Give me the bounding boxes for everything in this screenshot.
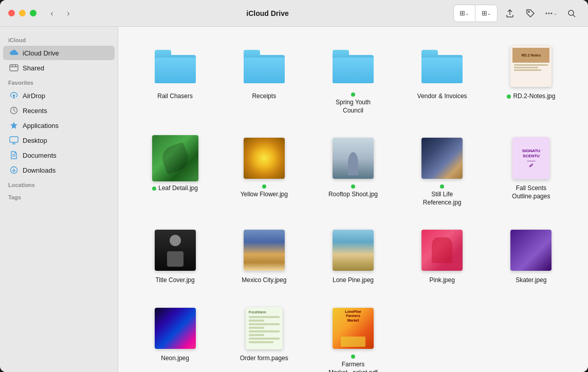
downloads-icon (9, 165, 19, 175)
svg-point-7 (13, 95, 15, 97)
file-name-rooftop: Rooftop Shoot.jpg (327, 184, 379, 199)
sync-dot-rooftop (351, 184, 355, 189)
sidebar-item-icloud-drive[interactable]: iCloud Drive (3, 46, 115, 60)
file-name-receipts: Receipts (252, 92, 276, 101)
sidebar-item-applications[interactable]: Applications (3, 118, 115, 133)
toolbar-right: ⊞⌄ ⊞⌄ ⌄ (453, 5, 580, 22)
list-item[interactable]: Mexico City.jpeg (224, 223, 304, 289)
file-name-orderform: Order form.pages (240, 355, 288, 363)
file-name-vendor: Vendor & Invoices (417, 92, 467, 101)
svg-marker-9 (10, 122, 17, 129)
sidebar-item-airdrop[interactable]: AirDrop (3, 88, 115, 103)
sidebar-label-icloud-drive: iCloud Drive (23, 49, 59, 57)
recents-icon (9, 106, 19, 115)
sidebar-label-shared: Shared (23, 64, 44, 72)
sidebar-label-recents: Recents (23, 107, 47, 115)
sync-dot-farmers (351, 355, 355, 359)
sync-dot-leaf (152, 187, 156, 191)
search-button[interactable] (563, 5, 580, 22)
view-toggle-group: ⊞⌄ ⊞⌄ (453, 5, 498, 22)
applications-icon (9, 121, 19, 130)
list-item[interactable]: Neon.jpeg (135, 301, 215, 372)
list-item[interactable]: SIGNATUSCENTU——🖊 Fall Scents Outline.pag… (491, 131, 572, 211)
sidebar-item-desktop[interactable]: Desktop (3, 133, 115, 147)
sidebar-item-shared[interactable]: Shared (3, 61, 115, 75)
sync-dot-rd (507, 95, 511, 99)
traffic-lights (8, 10, 36, 16)
list-item[interactable]: Rail Chasers (135, 39, 215, 119)
documents-icon (9, 151, 19, 160)
sidebar-item-downloads[interactable]: Downloads (3, 163, 115, 177)
sidebar-item-documents[interactable]: Documents (3, 148, 115, 162)
airdrop-icon (9, 91, 19, 100)
locations-section-label: Locations (0, 178, 118, 190)
image-thumb-titlecover (152, 227, 198, 273)
window-title: iCloud Drive (82, 9, 453, 17)
forward-button[interactable]: › (61, 6, 76, 21)
list-item[interactable]: Skater.jpeg (491, 223, 572, 289)
back-button[interactable]: ‹ (45, 6, 59, 21)
folder-thumb-receipts (241, 43, 287, 89)
list-item[interactable]: Still Life Reference.jpg (402, 131, 483, 211)
list-item[interactable]: Pink.jpeg (402, 223, 483, 289)
grid-view-button[interactable]: ⊞⌄ (454, 5, 475, 22)
list-item[interactable]: Yellow Flower.jpg (224, 131, 304, 211)
list-item[interactable]: Leaf Detail.jpg (135, 131, 215, 211)
list-item[interactable]: Rooftop Shoot.jpg (313, 131, 393, 211)
finder-window: ‹ › iCloud Drive ⊞⌄ ⊞⌄ (0, 0, 588, 372)
list-item[interactable]: Spring Youth Council (313, 39, 393, 119)
share-button[interactable] (502, 5, 518, 22)
pages-thumb-orderform: Freshfarm (241, 305, 287, 351)
list-item[interactable]: RD.2 Notes RD.2-N (491, 39, 572, 119)
list-item[interactable]: Title Cover.jpg (135, 223, 215, 289)
sidebar-item-recents[interactable]: Recents (3, 103, 115, 118)
sync-dot-flower (262, 184, 266, 189)
image-thumb-rd-notes: RD.2 Notes (508, 43, 554, 89)
file-name-spring-youth: Spring Youth Council (327, 92, 379, 115)
favorites-section-label: Favorites (0, 76, 118, 88)
more-button[interactable]: ⌄ (543, 5, 559, 22)
image-thumb-pink (419, 227, 465, 273)
list-item[interactable]: Receipts (224, 39, 304, 119)
svg-point-3 (551, 12, 553, 14)
sync-dot-stilllife (440, 184, 444, 189)
file-name-farmers: Farmers Market...acket.pdf (327, 355, 379, 372)
maximize-button[interactable] (30, 10, 36, 16)
list-item[interactable]: Freshfarm Order form.pages (224, 301, 304, 372)
tag-button[interactable] (522, 5, 539, 22)
svg-point-2 (548, 12, 550, 14)
file-name-rd-notes: RD.2-Notes.jpg (507, 92, 555, 101)
list-view-button[interactable]: ⊞⌄ (475, 5, 497, 22)
pdf-thumb-farmers: LonePineFarmersMarket (330, 305, 376, 351)
sidebar-label-airdrop: AirDrop (23, 92, 45, 100)
minimize-button[interactable] (19, 10, 26, 16)
svg-rect-10 (10, 137, 18, 142)
pages-thumb-fallscents: SIGNATUSCENTU——🖊 (508, 135, 554, 181)
image-thumb-mexicocity (241, 227, 287, 273)
icloud-section-label: iCloud (0, 33, 118, 45)
sidebar-label-applications: Applications (23, 122, 59, 129)
file-name-lonepine: Lone Pine.jpeg (333, 276, 374, 285)
file-name-pink: Pink.jpeg (430, 276, 455, 285)
image-thumb-lonepine (330, 227, 376, 273)
sidebar: iCloud iCloud Drive Shared (0, 27, 118, 372)
content-area: iCloud iCloud Drive Shared (0, 27, 588, 372)
file-name-leaf: Leaf Detail.jpg (152, 184, 198, 193)
titlebar: ‹ › iCloud Drive ⊞⌄ ⊞⌄ (0, 0, 588, 27)
svg-point-1 (546, 12, 547, 14)
file-name-skater: Skater.jpeg (516, 276, 546, 285)
list-item[interactable]: Lone Pine.jpeg (313, 223, 393, 289)
image-thumb-stilllife (419, 135, 465, 181)
image-thumb-neon (152, 305, 198, 351)
close-button[interactable] (8, 10, 15, 16)
image-thumb-skater (508, 227, 554, 273)
file-name-neon: Neon.jpeg (161, 355, 189, 363)
list-item[interactable]: LonePineFarmersMarket Farmers Market...a… (313, 301, 393, 372)
list-item[interactable]: Vendor & Invoices (402, 39, 483, 119)
svg-point-4 (568, 10, 574, 15)
file-name-stilllife: Still Life Reference.jpg (416, 184, 468, 207)
image-thumb-leaf (152, 135, 198, 181)
image-thumb-flower (241, 135, 287, 181)
shared-icon (9, 63, 19, 72)
svg-rect-6 (10, 65, 18, 71)
